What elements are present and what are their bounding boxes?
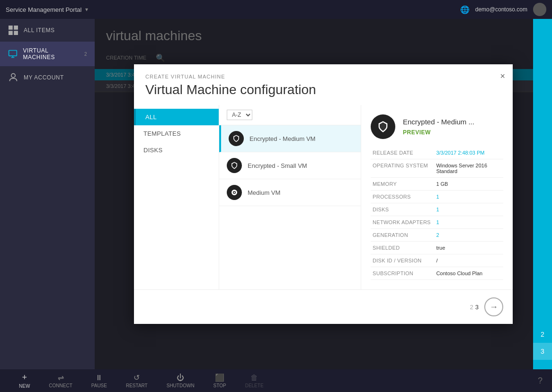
bottom-toolbar: + NEW ⇌ CONNECT ⏸ PAUSE ↺ RESTART ⏻ SHUT… <box>0 369 552 392</box>
table-row: MEMORY 1 GB <box>371 178 503 191</box>
list-item[interactable]: Encrypted - Medium VM <box>219 125 361 152</box>
pause-icon: ⏸ <box>95 374 103 382</box>
detail-table: RELEASE DATE 3/3/2017 2:48:03 PM OPERATI… <box>371 147 503 280</box>
field-label: NETWORK ADAPTERS <box>371 216 434 229</box>
field-label: DISK ID / VERSION <box>371 254 434 267</box>
list-item[interactable]: Medium VM <box>219 179 361 206</box>
dropdown-arrow-icon[interactable]: ▾ <box>85 6 88 13</box>
field-label: GENERATION <box>371 229 434 242</box>
sidebar: ALL ITEMS VIRTUAL MACHINES 2 MY ACCOUNT <box>0 19 95 369</box>
list-item-label: Medium VM <box>248 189 280 196</box>
svg-rect-3 <box>14 31 18 35</box>
shutdown-button[interactable]: ⏻ SHUTDOWN <box>157 374 204 388</box>
table-row: NETWORK ADAPTERS 1 <box>371 216 503 229</box>
field-label: OPERATING SYSTEM <box>371 159 434 178</box>
field-value: Contoso Cloud Plan <box>434 267 503 280</box>
field-value: 1 <box>434 216 503 229</box>
modal-overlay: CREATE VIRTUAL MACHINE Virtual Machine c… <box>95 19 552 369</box>
stop-icon: ⬛ <box>215 373 224 382</box>
connect-label: CONNECT <box>49 383 72 388</box>
plus-icon: + <box>22 373 27 383</box>
field-label: DISKS <box>371 203 434 216</box>
shield-icon <box>227 158 242 173</box>
avatar[interactable] <box>533 3 546 16</box>
detail-title-block: Encrypted - Medium ... PREVIEW <box>403 118 474 136</box>
detail-header: Encrypted - Medium ... PREVIEW <box>371 114 503 139</box>
disc-icon <box>227 185 242 200</box>
panel-num-3[interactable]: 3 <box>533 343 552 360</box>
field-value: 1 GB <box>434 178 503 191</box>
svg-rect-4 <box>9 51 17 56</box>
table-row: GENERATION 2 <box>371 229 503 242</box>
table-row: PROCESSORS 1 <box>371 191 503 203</box>
main-layout: ALL ITEMS VIRTUAL MACHINES 2 MY ACCOUNT <box>0 19 552 369</box>
field-label: RELEASE DATE <box>371 147 434 159</box>
shutdown-icon: ⏻ <box>177 374 184 382</box>
delete-button[interactable]: 🗑 DELETE <box>236 374 273 388</box>
top-bar-left: Service Management Portal ▾ <box>6 6 88 13</box>
table-row: SUBSCRIPTION Contoso Cloud Plan <box>371 267 503 280</box>
field-label: SHIELDED <box>371 242 434 254</box>
user-icon <box>8 72 19 83</box>
field-value: true <box>434 242 503 254</box>
restart-icon: ↺ <box>134 373 140 382</box>
modal-nav-disks[interactable]: DISKS <box>134 142 219 158</box>
detail-vm-icon <box>371 114 395 139</box>
modal-list-toolbar: A-Z <box>219 105 361 125</box>
modal-nav: ALL TEMPLATES DISKS <box>134 105 219 289</box>
step-2[interactable]: 2 <box>470 304 473 311</box>
next-button[interactable]: → <box>484 297 503 316</box>
new-button[interactable]: + NEW <box>9 373 39 389</box>
field-value: / <box>434 254 503 267</box>
top-bar-right: 🌐 demo@contoso.com <box>460 3 546 16</box>
svg-rect-2 <box>9 31 13 35</box>
modal-nav-all[interactable]: ALL <box>134 109 219 125</box>
table-row: RELEASE DATE 3/3/2017 2:48:03 PM <box>371 147 503 159</box>
connect-icon: ⇌ <box>58 373 64 382</box>
table-row: OPERATING SYSTEM Windows Server 2016 Sta… <box>371 159 503 178</box>
connect-button[interactable]: ⇌ CONNECT <box>39 373 81 388</box>
sidebar-item-virtual-machines[interactable]: VIRTUAL MACHINES 2 <box>0 42 95 66</box>
app-title: Service Management Portal <box>6 6 81 13</box>
restart-button[interactable]: ↺ RESTART <box>116 373 157 388</box>
user-email: demo@contoso.com <box>475 6 527 13</box>
delete-label: DELETE <box>245 383 264 388</box>
new-label: NEW <box>19 383 30 389</box>
field-label: SUBSCRIPTION <box>371 267 434 280</box>
field-value: Windows Server 2016 Standard <box>434 159 503 178</box>
table-row: DISKS 1 <box>371 203 503 216</box>
grid-icon <box>8 25 19 36</box>
delete-icon: 🗑 <box>250 374 258 382</box>
modal-header: CREATE VIRTUAL MACHINE Virtual Machine c… <box>134 64 513 105</box>
modal-nav-templates[interactable]: TEMPLATES <box>134 125 219 142</box>
modal-close-button[interactable]: × <box>500 72 505 80</box>
sidebar-item-all-items[interactable]: ALL ITEMS <box>0 19 95 42</box>
step-3[interactable]: 3 <box>475 304 479 311</box>
next-arrow-icon: → <box>490 302 498 312</box>
sidebar-item-label: ALL ITEMS <box>24 27 54 34</box>
modal-subtitle: CREATE VIRTUAL MACHINE <box>145 74 501 79</box>
table-row: DISK ID / VERSION / <box>371 254 503 267</box>
pause-label: PAUSE <box>91 383 107 388</box>
shield-icon <box>229 131 244 146</box>
list-item[interactable]: Encrypted - Small VM <box>219 152 361 179</box>
svg-point-11 <box>234 192 235 193</box>
pause-button[interactable]: ⏸ PAUSE <box>82 374 116 388</box>
field-label: PROCESSORS <box>371 191 434 203</box>
modal-list-area: A-Z <box>219 105 361 289</box>
content-area: virtual machines CREATION TIME 🔍 3/3/201… <box>95 19 552 369</box>
sort-select[interactable]: A-Z <box>227 110 252 120</box>
help-icon[interactable]: ? <box>538 376 543 386</box>
field-label: MEMORY <box>371 178 434 191</box>
svg-rect-0 <box>9 26 13 30</box>
sidebar-item-my-account[interactable]: MY ACCOUNT <box>0 66 95 89</box>
modal-list: Encrypted - Medium VM En <box>219 125 361 289</box>
field-value: 1 <box>434 203 503 216</box>
sidebar-badge: 2 <box>84 52 87 57</box>
sidebar-item-label: MY ACCOUNT <box>24 74 64 81</box>
restart-label: RESTART <box>126 383 148 388</box>
monitor-icon <box>8 48 18 60</box>
panel-num-2[interactable]: 2 <box>533 326 552 343</box>
stop-button[interactable]: ⬛ STOP <box>204 373 236 388</box>
sidebar-item-label: VIRTUAL MACHINES <box>23 47 79 61</box>
